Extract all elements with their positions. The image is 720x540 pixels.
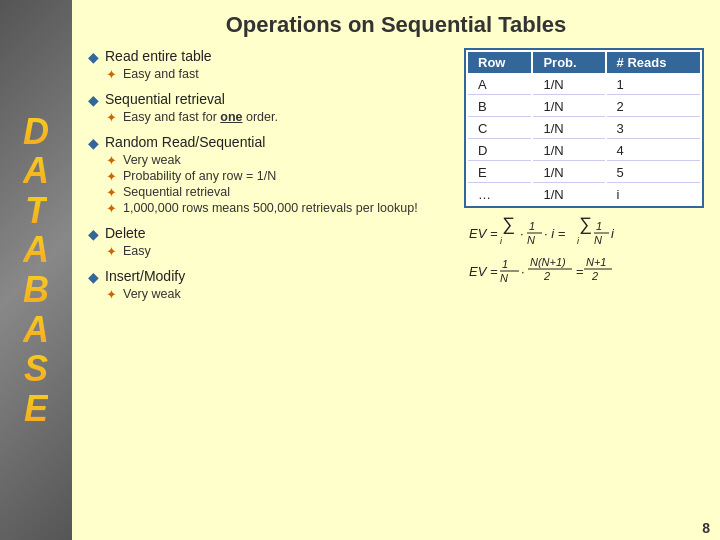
svg-text:·: ·: [521, 264, 525, 279]
diamond-icon-3: ◆: [88, 135, 99, 151]
svg-text:· i  =: · i =: [544, 226, 566, 241]
plus-icon-8: ✦: [106, 287, 117, 302]
svg-text:EV =: EV =: [469, 264, 498, 279]
bullet-sub-very-weak-1: ✦ Very weak: [106, 153, 452, 168]
svg-text:N(N+1): N(N+1): [530, 256, 566, 268]
data-table: Row Prob. # Reads A1/N1B1/N2C1/N3D1/N4E1…: [464, 48, 704, 208]
table-header-prob: Prob.: [533, 52, 604, 73]
plus-icon-4: ✦: [106, 169, 117, 184]
table-cell-3-0: D: [468, 141, 531, 161]
svg-text:·: ·: [520, 226, 524, 241]
diamond-icon-1: ◆: [88, 49, 99, 65]
sidebar: D A T A B A S E: [0, 0, 72, 540]
bullet-main-random-label: Random Read/Sequential: [105, 134, 265, 150]
diamond-icon-2: ◆: [88, 92, 99, 108]
bullet-sub-one-order-label: Easy and fast for one order.: [123, 110, 278, 124]
table-row: A1/N1: [468, 75, 700, 95]
svg-text:∑: ∑: [579, 216, 592, 234]
svg-text:N+1: N+1: [586, 256, 607, 268]
table-cell-0-1: 1/N: [533, 75, 604, 95]
bullet-sub-probability-label: Probability of any row = 1/N: [123, 169, 276, 183]
bullet-insert-modify: ◆ Insert/Modify ✦ Very weak: [88, 268, 452, 303]
table-cell-5-0: …: [468, 185, 531, 204]
sidebar-letter-s: S: [24, 349, 48, 389]
bullet-sub-easy-fast: ✦ Easy and fast: [106, 67, 452, 82]
bullet-main-insert: ◆ Insert/Modify: [88, 268, 452, 285]
svg-text:1: 1: [529, 220, 535, 232]
table-cell-4-1: 1/N: [533, 163, 604, 183]
svg-text:∑: ∑: [502, 216, 515, 234]
bullet-main-delete: ◆ Delete: [88, 225, 452, 242]
math-area: EV = ∑ i · 1 N · i = ∑ i 1 N i EV =: [464, 216, 704, 340]
sidebar-letter-b: B: [23, 270, 49, 310]
bullet-random-read: ◆ Random Read/Sequential ✦ Very weak ✦ P…: [88, 134, 452, 217]
bullet-main-delete-label: Delete: [105, 225, 145, 241]
table-cell-1-1: 1/N: [533, 97, 604, 117]
svg-text:=: =: [576, 264, 584, 279]
table-cell-1-2: 2: [607, 97, 700, 117]
svg-text:i: i: [577, 236, 580, 246]
table-row: B1/N2: [468, 97, 700, 117]
bullet-main-random: ◆ Random Read/Sequential: [88, 134, 452, 151]
content-row: ◆ Read entire table ✦ Easy and fast ◆ Se…: [88, 48, 704, 532]
plus-icon-7: ✦: [106, 244, 117, 259]
table-cell-2-1: 1/N: [533, 119, 604, 139]
table-cell-0-2: 1: [607, 75, 700, 95]
table-cell-3-1: 1/N: [533, 141, 604, 161]
bullet-sub-seq-retrieval-label: Sequential retrieval: [123, 185, 230, 199]
bullet-sub-very-weak-2-label: Very weak: [123, 287, 181, 301]
svg-text:1: 1: [502, 258, 508, 270]
svg-text:1: 1: [596, 220, 602, 232]
table-cell-0-0: A: [468, 75, 531, 95]
bullet-main-insert-label: Insert/Modify: [105, 268, 185, 284]
bullet-sub-easy: ✦ Easy: [106, 244, 452, 259]
table-row: C1/N3: [468, 119, 700, 139]
plus-icon-2: ✦: [106, 110, 117, 125]
bullet-sub-easy-label: Easy: [123, 244, 151, 258]
table-header-row: Row: [468, 52, 531, 73]
table-cell-5-2: i: [607, 185, 700, 204]
bullet-main-read: ◆ Read entire table: [88, 48, 452, 65]
plus-icon-1: ✦: [106, 67, 117, 82]
bullet-sequential-retrieval: ◆ Sequential retrieval ✦ Easy and fast f…: [88, 91, 452, 126]
svg-text:2: 2: [543, 270, 550, 282]
bullet-main-sequential-label: Sequential retrieval: [105, 91, 225, 107]
plus-icon-6: ✦: [106, 201, 117, 216]
bullet-sub-seq-retrieval: ✦ Sequential retrieval: [106, 185, 452, 200]
bullet-sub-very-weak-1-label: Very weak: [123, 153, 181, 167]
bullet-sub-probability: ✦ Probability of any row = 1/N: [106, 169, 452, 184]
page-title: Operations on Sequential Tables: [88, 12, 704, 38]
bullet-delete: ◆ Delete ✦ Easy: [88, 225, 452, 260]
bullet-main-sequential: ◆ Sequential retrieval: [88, 91, 452, 108]
svg-text:i: i: [500, 236, 503, 246]
plus-icon-3: ✦: [106, 153, 117, 168]
sidebar-letter-a2: A: [23, 230, 49, 270]
sidebar-letter-e: E: [24, 389, 48, 429]
bullet-main-read-label: Read entire table: [105, 48, 212, 64]
left-content: ◆ Read entire table ✦ Easy and fast ◆ Se…: [88, 48, 452, 532]
bullet-sub-rows-label: 1,000,000 rows means 500,000 retrievals …: [123, 201, 418, 215]
table-cell-2-0: C: [468, 119, 531, 139]
bullet-sub-rows: ✦ 1,000,000 rows means 500,000 retrieval…: [106, 201, 452, 216]
bullet-sub-easy-fast-label: Easy and fast: [123, 67, 199, 81]
table-header-reads: # Reads: [607, 52, 700, 73]
table-cell-1-0: B: [468, 97, 531, 117]
bullet-read-entire-table: ◆ Read entire table ✦ Easy and fast: [88, 48, 452, 83]
bullet-sub-one-order: ✦ Easy and fast for one order.: [106, 110, 452, 125]
page-number: 8: [702, 520, 710, 536]
right-panel: Row Prob. # Reads A1/N1B1/N2C1/N3D1/N4E1…: [464, 48, 704, 532]
diamond-icon-4: ◆: [88, 226, 99, 242]
sidebar-letter-a1: A: [23, 151, 49, 191]
svg-text:N: N: [500, 272, 508, 284]
bullet-sub-very-weak-2: ✦ Very weak: [106, 287, 452, 302]
svg-text:N: N: [527, 234, 535, 246]
svg-text:i: i: [611, 226, 615, 241]
table-row: D1/N4: [468, 141, 700, 161]
table-row: …1/Ni: [468, 185, 700, 204]
sidebar-letter-t: T: [25, 191, 47, 231]
diamond-icon-5: ◆: [88, 269, 99, 285]
table-cell-3-2: 4: [607, 141, 700, 161]
table-cell-2-2: 3: [607, 119, 700, 139]
sidebar-letter-d: D: [23, 112, 49, 152]
main-content: Operations on Sequential Tables ◆ Read e…: [72, 0, 720, 540]
